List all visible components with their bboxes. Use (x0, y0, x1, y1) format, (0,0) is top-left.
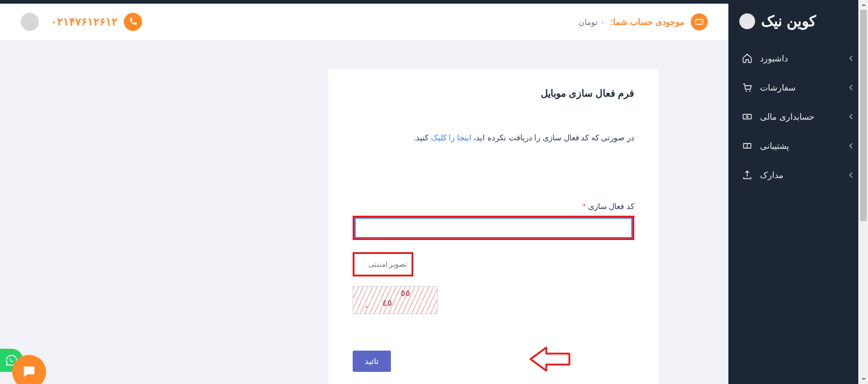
captcha-digit: ٤٥ (382, 298, 392, 308)
ticket-icon (742, 140, 753, 151)
sidebar: کوین نیک داشبورد سفارشات حسابداری مالی (728, 0, 868, 384)
chat-widget-button[interactable] (12, 355, 46, 384)
activation-form-card: فرم فعال سازی موبایل در صورتی که کد فعال… (328, 69, 659, 384)
wallet-icon (691, 13, 708, 30)
form-description: در صورتی که کد فعال سازی را دریافت نکرده… (353, 133, 634, 142)
sidebar-item-label: حسابداری مالی (760, 112, 815, 122)
svg-point-1 (749, 91, 750, 92)
chevron-left-icon (849, 55, 855, 61)
chevron-left-icon (849, 143, 855, 149)
sidebar-item-finance[interactable]: حسابداری مالی (728, 102, 868, 131)
captcha-digit: ۰ (364, 301, 369, 312)
form-title: فرم فعال سازی موبایل (353, 87, 634, 99)
balance-display: موجودی حساب شما: ۰ تومان (578, 13, 708, 30)
chevron-left-icon (849, 172, 855, 178)
home-icon (742, 53, 753, 64)
svg-point-6 (700, 21, 702, 22)
svg-point-3 (746, 115, 748, 117)
scroll-up-icon[interactable] (861, 2, 866, 7)
captcha-image: ٥٥ ٤٥ ۰ (353, 286, 438, 314)
desc-pre: در صورتی که کد فعال سازی را دریافت نکرده… (473, 133, 634, 142)
phone-number: ۰۲۱۴۷۶۱۲۶۱۲ (51, 15, 118, 29)
brand-logo-text: کوین نیک (761, 13, 816, 30)
code-label-text: کد فعال سازی (588, 202, 634, 211)
submit-button[interactable]: تائید (353, 351, 391, 372)
resend-code-link[interactable]: اینجا را کلیک (431, 133, 472, 142)
required-marker: * (583, 202, 586, 211)
sidebar-header: کوین نیک (728, 0, 868, 43)
captcha-digit: ٥٥ (401, 288, 410, 298)
arrow-annotation-icon (528, 346, 571, 372)
sidebar-item-label: داشبورد (760, 53, 788, 63)
user-avatar-small[interactable] (21, 13, 39, 31)
chevron-left-icon (849, 84, 855, 91)
code-field-label: کد فعال سازی * (353, 202, 634, 211)
avatar[interactable] (739, 13, 755, 29)
desc-post: کنید. (413, 133, 429, 142)
balance-label: موجودی حساب شما: (611, 17, 685, 27)
cash-icon (742, 111, 753, 122)
activation-code-input[interactable] (353, 216, 634, 240)
sidebar-item-label: سفارشات (760, 83, 796, 92)
cart-icon (742, 82, 753, 93)
topbar-left-group: ۰۲۱۴۷۶۱۲۶۱۲ (21, 13, 142, 31)
vertical-scrollbar[interactable] (858, 0, 868, 384)
chevron-left-icon (849, 114, 855, 120)
sidebar-item-dashboard[interactable]: داشبورد (728, 44, 868, 73)
svg-point-0 (745, 91, 747, 92)
sidebar-nav: داشبورد سفارشات حسابداری مالی پشتیبانی (728, 44, 868, 190)
balance-amount: ۰ تومان (578, 18, 605, 27)
sidebar-item-label: مدارک (760, 170, 784, 180)
sidebar-item-support[interactable]: پشتیبانی (728, 131, 868, 160)
phone-icon (124, 13, 142, 31)
support-phone[interactable]: ۰۲۱۴۷۶۱۲۶۱۲ (51, 13, 142, 31)
scroll-down-icon[interactable] (861, 377, 866, 382)
sidebar-item-label: پشتیبانی (760, 141, 789, 151)
scrollbar-track[interactable] (859, 10, 868, 374)
captcha-input[interactable] (353, 252, 413, 276)
upload-icon (742, 170, 753, 180)
scrollbar-thumb[interactable] (860, 10, 867, 221)
topbar: موجودی حساب شما: ۰ تومان ۰۲۱۴۷۶۱۲۶۱۲ (0, 4, 728, 40)
svg-rect-2 (743, 114, 751, 119)
sidebar-item-documents[interactable]: مدارک (728, 160, 868, 190)
sidebar-item-orders[interactable]: سفارشات (728, 73, 868, 102)
